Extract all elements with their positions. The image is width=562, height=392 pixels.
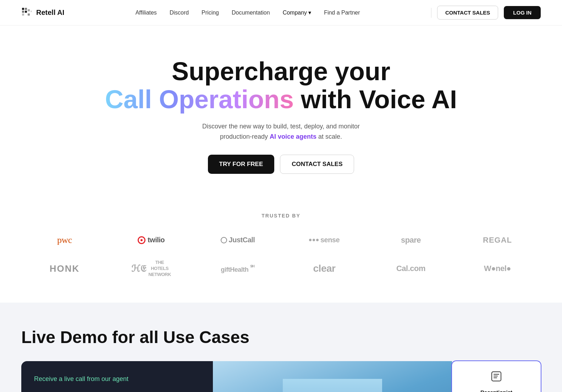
nav-login-button[interactable]: LOG IN [504,6,541,19]
svg-rect-0 [22,8,24,10]
svg-rect-6 [28,13,30,16]
chevron-down-icon: ▾ [308,9,311,16]
svg-rect-5 [22,13,24,16]
live-demo-section: Live Demo for all Use Cases Receive a li… [0,303,562,392]
demo-use-case-cards: Receptionist Appointment Setter [452,361,541,392]
navbar: Retell AI Affiliates Discord Pricing Doc… [0,0,562,26]
hero-contact-sales-button[interactable]: CONTACT SALES [280,155,354,174]
trusted-label: TRUSTED BY [21,213,541,219]
svg-rect-14 [494,376,498,376]
logo-hotels-network: ℋ𝔈 THEHOTELSNETWORK [108,256,194,281]
nav-find-a-partner[interactable]: Find a Partner [324,10,360,16]
nav-contact-sales-button[interactable]: CONTACT SALES [437,6,498,20]
nav-divider [431,8,431,18]
try-free-button[interactable]: TRY FOR FREE [208,155,275,174]
person-image [213,361,452,392]
logo-giftHealth: giftHealth ⁹ᴴ [194,260,281,277]
nav-links: Affiliates Discord Pricing Documentation… [136,9,360,16]
hero-subtext: Discover the new way to build, test, dep… [21,121,541,142]
logos-row-2: HONK ℋ𝔈 THEHOTELSNETWORK giftHealth ⁹ᴴ c… [21,256,541,281]
live-demo-title: Live Demo for all Use Cases [21,327,541,347]
svg-rect-2 [25,8,27,10]
trusted-section: TRUSTED BY pwc twilio JustCall [0,195,562,303]
hero-headline-gradient: Call Operations [105,85,294,114]
logo-honk: HONK [21,260,108,278]
logo-wonelo: W●nel● [454,260,541,277]
logo-twilio: twilio [108,232,194,248]
nav-documentation[interactable]: Documentation [232,10,270,16]
demo-phone-card: Receive a live call from our agent Phone… [21,361,213,392]
logo-regal: REGAL [454,232,541,248]
hero-section: Supercharge your Call Operations with Vo… [0,26,562,195]
phone-card-title: Receive a live call from our agent [34,375,200,383]
demo-image-area [213,361,452,392]
svg-rect-3 [25,11,27,13]
demo-card-receptionist[interactable]: Receptionist [452,361,541,392]
hero-buttons: TRY FOR FREE CONTACT SALES [21,155,541,174]
hero-headline-suffix: with Voice AI [301,85,457,114]
svg-rect-1 [22,11,24,13]
logo-text: Retell AI [36,9,64,17]
svg-rect-8 [283,379,382,392]
hero-headline: Supercharge your Call Operations with Vo… [21,57,541,114]
svg-rect-15 [494,377,497,378]
logo-icon [21,7,33,18]
nav-pricing[interactable]: Pricing [202,10,219,16]
logo-pwc: pwc [21,231,108,249]
nav-actions: CONTACT SALES LOG IN [431,6,541,20]
svg-rect-4 [28,9,30,11]
hero-headline-line2: Call Operations with Voice AI [21,85,541,114]
logo-calcom: Cal.com [368,260,454,277]
logo-sense: sense [281,232,368,248]
hotels-symbol-icon: ℋ𝔈 [131,263,146,274]
demo-layout: Receive a live call from our agent Phone… [21,361,541,392]
logos-row-1: pwc twilio JustCall sense [21,231,541,249]
nav-company[interactable]: Company ▾ [283,9,311,16]
person-silhouette-icon [283,379,382,392]
logo[interactable]: Retell AI [21,7,64,18]
hero-headline-line1: Supercharge your [172,57,390,85]
nav-affiliates[interactable]: Affiliates [136,10,157,16]
hero-highlight: AI voice agents [270,133,316,140]
svg-rect-13 [494,374,499,375]
twilio-dot-icon [138,236,145,244]
logo-justcall: JustCall [194,232,281,248]
receptionist-icon [490,370,502,385]
justcall-circle-icon [221,237,227,243]
logo-clear: clear [281,259,368,278]
nav-discord[interactable]: Discord [170,10,189,16]
svg-rect-7 [31,11,32,12]
receptionist-label: Receptionist [480,389,512,392]
logo-spare: spare [368,232,454,248]
sense-dots-icon [309,239,319,241]
